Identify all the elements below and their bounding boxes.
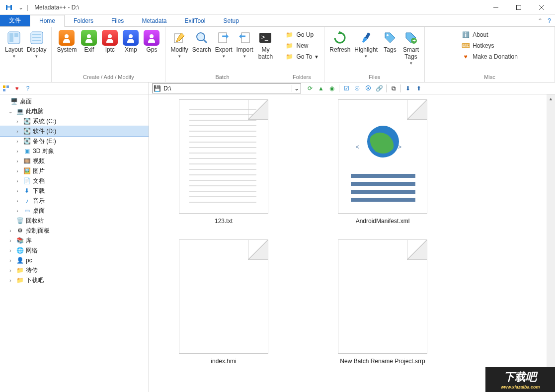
file-item[interactable]: 123.txt <box>159 99 288 225</box>
tab-exiftool[interactable]: ExifTool <box>175 15 214 26</box>
person-icon <box>102 30 118 46</box>
svg-point-15 <box>87 34 91 38</box>
svg-rect-22 <box>219 33 227 43</box>
tree-pc[interactable]: ›👤pc <box>0 255 149 265</box>
file-item[interactable]: <>AndroidManifest.xml <box>318 99 447 225</box>
help-icon[interactable]: ? <box>548 17 551 24</box>
tree-downloads[interactable]: ›⬇下载 <box>0 186 149 196</box>
tree-recycle[interactable]: 🗑️回收站 <box>0 216 149 226</box>
svg-rect-30 <box>3 85 5 88</box>
gps-button[interactable]: Gps <box>141 29 162 55</box>
group-label-misc: Misc <box>484 73 495 82</box>
nav-up-icon[interactable]: ▲ <box>317 84 325 92</box>
path-input[interactable] <box>161 84 292 93</box>
file-item[interactable]: index.hmi <box>159 239 288 365</box>
tab-folders[interactable]: Folders <box>65 15 102 26</box>
svg-point-17 <box>129 34 133 38</box>
tree-pictures[interactable]: ›🖼️图片 <box>0 166 149 176</box>
svg-rect-2 <box>7 6 10 7</box>
smarttags-button[interactable]: +Smart Tags▾ <box>400 29 421 67</box>
maximize-button[interactable] <box>507 0 530 15</box>
video-icon: 🎞️ <box>23 157 31 165</box>
exif-button[interactable]: Exif <box>79 29 99 55</box>
drive-icon: 💽 <box>23 137 31 145</box>
select-none-icon[interactable]: ⦿ <box>364 84 372 92</box>
path-dropdown-icon[interactable]: ⌄ <box>292 85 301 92</box>
svg-rect-32 <box>3 89 5 91</box>
tree-network[interactable]: ›🌐网络 <box>0 245 149 255</box>
file-thumbnail <box>179 239 268 354</box>
tree-pending[interactable]: ›📁待传 <box>0 265 149 275</box>
upload-icon[interactable]: ⬆ <box>415 84 423 92</box>
check-icon[interactable]: ☑ <box>342 84 350 92</box>
person-icon <box>123 30 139 46</box>
file-label: New Batch Rename Project.srrp <box>340 358 425 365</box>
tree-toggle-icon[interactable] <box>2 84 10 92</box>
tab-metadata[interactable]: Metadata <box>133 15 175 26</box>
file-item[interactable]: New Batch Rename Project.srrp <box>318 239 447 365</box>
tab-home[interactable]: Home <box>30 15 65 27</box>
qat-dropdown-icon[interactable]: ⌄ <box>17 4 25 11</box>
nav-home-icon[interactable]: ◉ <box>328 84 336 92</box>
person-icon <box>59 30 75 46</box>
tree-music[interactable]: ›♪音乐 <box>0 196 149 206</box>
search-icon <box>194 30 210 46</box>
tree-thispc[interactable]: ⌄💻此电脑 <box>0 106 149 116</box>
goto-button[interactable]: 📁Go To ▾ <box>284 52 319 62</box>
modify-button[interactable]: Modify▾ <box>168 29 190 62</box>
new-button[interactable]: 📁New <box>284 41 319 51</box>
tags-icon <box>382 30 398 46</box>
favorite-icon[interactable]: ♥ <box>13 84 21 92</box>
layout-button[interactable]: Layout▾ <box>3 29 25 60</box>
tree-3dobjects[interactable]: ›▣3D 对象 <box>0 146 149 156</box>
pencil-icon <box>171 30 187 46</box>
system-button[interactable]: System <box>55 29 79 55</box>
highlight-button[interactable]: Highlight▾ <box>352 29 380 67</box>
tab-setup[interactable]: Setup <box>214 15 247 26</box>
minimize-button[interactable] <box>484 0 507 15</box>
export-button[interactable]: Export▾ <box>213 29 235 62</box>
goup-button[interactable]: 📁Go Up <box>284 30 319 40</box>
refresh-button[interactable]: Refresh <box>327 29 352 67</box>
tree-documents[interactable]: ›📄文档 <box>0 176 149 186</box>
copy-icon[interactable]: ⧉ <box>390 84 397 92</box>
import-button[interactable]: Import▾ <box>234 29 255 62</box>
nav-refresh-icon[interactable]: ⟳ <box>306 84 314 92</box>
tab-files[interactable]: Files <box>102 15 133 26</box>
display-button[interactable]: Display▾ <box>25 29 48 60</box>
search-button[interactable]: Search <box>190 29 213 62</box>
tab-file[interactable]: 文件 <box>0 15 30 26</box>
scroll-up-icon[interactable]: ▲ <box>547 94 555 103</box>
file-view[interactable]: 123.txt<>AndroidManifest.xmlindex.hmiNew… <box>149 94 555 392</box>
hotkeys-button[interactable]: ⌨Hotkeys <box>461 41 519 51</box>
layout-icon <box>6 30 22 46</box>
link-icon[interactable]: 🔗 <box>375 84 383 92</box>
donate-button[interactable]: ♥Make a Donation <box>461 52 519 62</box>
svg-rect-26 <box>365 32 370 39</box>
tree-video[interactable]: ›🎞️视频 <box>0 156 149 166</box>
tree-drive-e[interactable]: ›💽备份 (E:) <box>0 136 149 146</box>
select-all-icon[interactable]: ⦾ <box>353 84 361 92</box>
tags-button[interactable]: Tags <box>380 29 400 67</box>
scrollbar[interactable]: ▲ ▼ <box>547 94 555 392</box>
mybatch-button[interactable]: >_My batch <box>255 29 276 62</box>
tree-drive-d[interactable]: ›💽软件 (D:) <box>0 126 149 136</box>
iptc-button[interactable]: Iptc <box>99 29 120 55</box>
download-icon[interactable]: ⬇ <box>404 84 412 92</box>
svg-rect-13 <box>32 40 41 41</box>
tree-drive-c[interactable]: ›💽系统 (C:) <box>0 116 149 126</box>
close-button[interactable] <box>530 0 553 15</box>
path-bar[interactable]: 💾 ⌄ <box>152 83 301 93</box>
tree-library[interactable]: ›📚库 <box>0 235 149 245</box>
about-button[interactable]: ℹ️About <box>461 30 519 40</box>
import-icon <box>237 30 252 46</box>
tree-desktop2[interactable]: ›▭桌面 <box>0 206 149 216</box>
ribbon-collapse-icon[interactable]: ⌃ <box>538 17 543 24</box>
tree-desktop[interactable]: 🖥️桌面 <box>0 96 149 106</box>
help-small-icon[interactable]: ? <box>24 84 32 92</box>
drive-icon: 💾 <box>153 85 161 92</box>
folder-tree[interactable]: 🖥️桌面 ⌄💻此电脑 ›💽系统 (C:) ›💽软件 (D:) ›💽备份 (E:)… <box>0 94 149 392</box>
tree-xiazaiba[interactable]: ›📁下载吧 <box>0 275 149 285</box>
tree-control[interactable]: ›⚙控制面板 <box>0 226 149 235</box>
xmp-button[interactable]: Xmp <box>120 29 141 55</box>
